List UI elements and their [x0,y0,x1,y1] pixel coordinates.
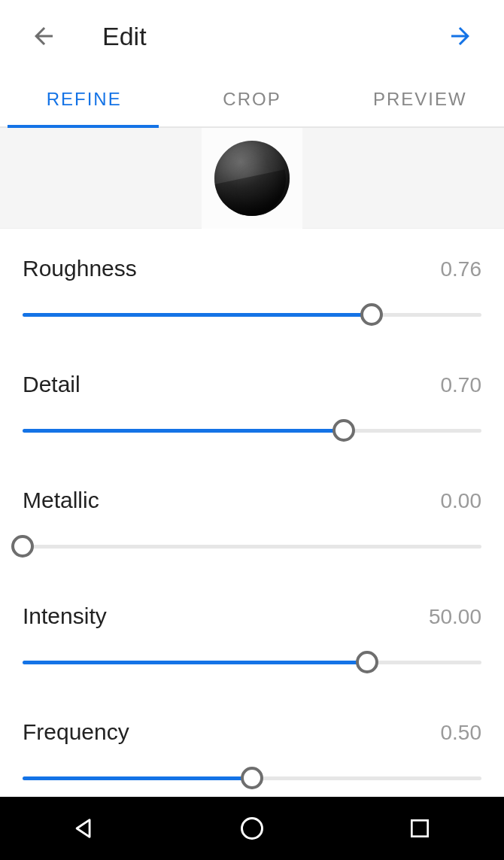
slider-thumb[interactable] [356,651,378,673]
slider-label: Roughness [23,256,137,281]
tab-crop[interactable]: CROP [168,72,335,126]
tab-label: CROP [223,89,281,110]
slider-label: Detail [23,372,80,397]
slider-track-frequency[interactable] [23,766,481,790]
slider-track-metallic[interactable] [23,534,481,558]
system-back-button[interactable] [66,810,102,846]
slider-metallic: Metallic 0.00 [23,488,481,558]
tab-refine[interactable]: REFINE [0,72,168,126]
slider-roughness: Roughness 0.76 [23,256,481,327]
slider-thumb[interactable] [241,767,263,789]
slider-value: 0.50 [441,721,482,745]
slider-frequency: Frequency 0.50 [23,719,481,790]
tab-label: PREVIEW [373,89,467,110]
slider-thumb[interactable] [11,535,34,558]
page-title: Edit [102,22,147,51]
slider-track-intensity[interactable] [23,650,481,674]
material-preview-area [0,128,504,229]
tab-bar: REFINE CROP PREVIEW [0,72,504,128]
slider-intensity: Intensity 50.00 [23,603,481,674]
system-nav-bar [0,797,504,860]
triangle-left-icon [71,816,97,841]
slider-label: Metallic [23,488,99,513]
slider-label: Frequency [23,719,129,745]
sphere-preview-icon [214,141,290,216]
square-icon [408,816,432,840]
tab-preview[interactable]: PREVIEW [336,72,504,126]
slider-panel: Roughness 0.76 Detail 0.70 Metallic [0,229,504,797]
slider-thumb[interactable] [360,303,383,326]
back-button[interactable] [27,20,60,53]
slider-track-detail[interactable] [23,418,481,442]
slider-track-roughness[interactable] [23,302,481,327]
tab-label: REFINE [47,89,122,110]
slider-value: 0.76 [441,257,482,281]
svg-rect-1 [412,820,428,836]
slider-thumb[interactable] [332,419,355,442]
forward-button[interactable] [444,20,477,53]
slider-value: 0.70 [441,373,482,397]
svg-point-0 [241,819,262,839]
header-bar: Edit [0,0,504,72]
slider-label: Intensity [23,603,107,629]
material-preview-tile[interactable] [202,128,302,229]
slider-value: 50.00 [429,605,481,629]
arrow-right-icon [447,23,474,50]
slider-detail: Detail 0.70 [23,372,481,442]
system-home-button[interactable] [234,810,270,846]
slider-value: 0.00 [441,489,482,513]
system-recent-button[interactable] [402,810,438,846]
arrow-left-icon [30,23,57,50]
circle-icon [238,815,266,842]
